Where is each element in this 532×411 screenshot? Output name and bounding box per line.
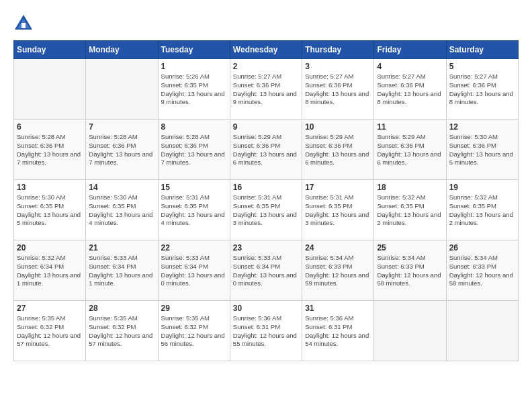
day-number: 15 (161, 183, 227, 192)
logo-icon (13, 13, 34, 34)
calendar-header: SundayMondayTuesdayWednesdayThursdayFrid… (14, 41, 519, 59)
day-number: 10 (305, 122, 371, 132)
header-row: SundayMondayTuesdayWednesdayThursdayFrid… (14, 41, 519, 59)
day-info: Sunrise: 5:36 AM Sunset: 6:31 PM Dayligh… (233, 314, 299, 349)
calendar-cell: 5Sunrise: 5:27 AM Sunset: 6:36 PM Daylig… (446, 59, 518, 120)
day-number: 2 (233, 62, 299, 71)
day-number: 24 (305, 243, 371, 253)
day-number: 13 (17, 183, 83, 192)
day-number: 7 (89, 122, 154, 132)
calendar-cell: 7Sunrise: 5:28 AM Sunset: 6:36 PM Daylig… (86, 120, 158, 180)
day-number: 21 (89, 243, 154, 253)
header-wednesday: Wednesday (230, 41, 302, 59)
week-row-2: 6Sunrise: 5:28 AM Sunset: 6:36 PM Daylig… (14, 120, 519, 180)
calendar-cell: 9Sunrise: 5:29 AM Sunset: 6:36 PM Daylig… (230, 120, 302, 180)
calendar-cell: 26Sunrise: 5:34 AM Sunset: 6:33 PM Dayli… (446, 240, 518, 301)
header-friday: Friday (374, 41, 446, 59)
day-info: Sunrise: 5:33 AM Sunset: 6:34 PM Dayligh… (89, 254, 154, 288)
calendar-cell: 3Sunrise: 5:27 AM Sunset: 6:36 PM Daylig… (302, 59, 374, 120)
day-number: 30 (233, 304, 299, 313)
day-info: Sunrise: 5:35 AM Sunset: 6:32 PM Dayligh… (161, 314, 227, 349)
day-number: 28 (89, 304, 154, 313)
calendar-cell: 17Sunrise: 5:31 AM Sunset: 6:35 PM Dayli… (302, 180, 374, 240)
day-number: 31 (305, 304, 371, 313)
calendar-cell: 8Sunrise: 5:28 AM Sunset: 6:36 PM Daylig… (158, 120, 230, 180)
day-number: 3 (305, 62, 371, 71)
week-row-5: 27Sunrise: 5:35 AM Sunset: 6:32 PM Dayli… (14, 301, 519, 361)
svg-rect-2 (21, 23, 26, 28)
day-number: 18 (377, 183, 443, 192)
day-info: Sunrise: 5:26 AM Sunset: 6:35 PM Dayligh… (161, 73, 227, 107)
calendar-cell: 18Sunrise: 5:32 AM Sunset: 6:35 PM Dayli… (374, 180, 446, 240)
day-info: Sunrise: 5:32 AM Sunset: 6:35 PM Dayligh… (449, 193, 515, 228)
day-info: Sunrise: 5:28 AM Sunset: 6:36 PM Dayligh… (89, 133, 154, 167)
day-number: 20 (17, 243, 83, 253)
calendar-cell: 22Sunrise: 5:33 AM Sunset: 6:34 PM Dayli… (158, 240, 230, 301)
day-info: Sunrise: 5:27 AM Sunset: 6:36 PM Dayligh… (305, 73, 371, 107)
calendar-cell: 14Sunrise: 5:30 AM Sunset: 6:35 PM Dayli… (86, 180, 158, 240)
header-saturday: Saturday (446, 41, 518, 59)
day-info: Sunrise: 5:32 AM Sunset: 6:35 PM Dayligh… (377, 193, 443, 228)
day-number: 26 (449, 243, 515, 253)
day-info: Sunrise: 5:33 AM Sunset: 6:34 PM Dayligh… (161, 254, 227, 288)
calendar-cell: 13Sunrise: 5:30 AM Sunset: 6:35 PM Dayli… (14, 180, 86, 240)
day-info: Sunrise: 5:29 AM Sunset: 6:36 PM Dayligh… (305, 133, 371, 167)
day-info: Sunrise: 5:36 AM Sunset: 6:31 PM Dayligh… (305, 314, 371, 349)
day-info: Sunrise: 5:28 AM Sunset: 6:36 PM Dayligh… (161, 133, 227, 167)
calendar-cell: 10Sunrise: 5:29 AM Sunset: 6:36 PM Dayli… (302, 120, 374, 180)
day-number: 19 (449, 183, 515, 192)
day-info: Sunrise: 5:28 AM Sunset: 6:36 PM Dayligh… (17, 133, 83, 167)
day-info: Sunrise: 5:30 AM Sunset: 6:35 PM Dayligh… (17, 193, 83, 228)
calendar-table: SundayMondayTuesdayWednesdayThursdayFrid… (13, 40, 519, 361)
calendar-cell: 29Sunrise: 5:35 AM Sunset: 6:32 PM Dayli… (158, 301, 230, 361)
calendar-cell: 27Sunrise: 5:35 AM Sunset: 6:32 PM Dayli… (14, 301, 86, 361)
day-info: Sunrise: 5:34 AM Sunset: 6:33 PM Dayligh… (305, 254, 371, 288)
calendar-cell: 15Sunrise: 5:31 AM Sunset: 6:35 PM Dayli… (158, 180, 230, 240)
day-number: 5 (449, 62, 515, 71)
logo (13, 13, 36, 34)
day-number: 16 (233, 183, 299, 192)
calendar-cell: 19Sunrise: 5:32 AM Sunset: 6:35 PM Dayli… (446, 180, 518, 240)
day-number: 6 (17, 122, 83, 132)
day-number: 8 (161, 122, 227, 132)
day-number: 27 (17, 304, 83, 313)
day-number: 12 (449, 122, 515, 132)
calendar-cell (446, 301, 518, 361)
calendar-cell: 30Sunrise: 5:36 AM Sunset: 6:31 PM Dayli… (230, 301, 302, 361)
day-info: Sunrise: 5:27 AM Sunset: 6:36 PM Dayligh… (233, 73, 299, 107)
calendar-cell: 12Sunrise: 5:30 AM Sunset: 6:36 PM Dayli… (446, 120, 518, 180)
header-tuesday: Tuesday (158, 41, 230, 59)
calendar-cell: 31Sunrise: 5:36 AM Sunset: 6:31 PM Dayli… (302, 301, 374, 361)
day-info: Sunrise: 5:32 AM Sunset: 6:34 PM Dayligh… (17, 254, 83, 288)
day-info: Sunrise: 5:29 AM Sunset: 6:36 PM Dayligh… (377, 133, 443, 167)
calendar-cell: 1Sunrise: 5:26 AM Sunset: 6:35 PM Daylig… (158, 59, 230, 120)
calendar-cell: 4Sunrise: 5:27 AM Sunset: 6:36 PM Daylig… (374, 59, 446, 120)
day-number: 4 (377, 62, 443, 71)
week-row-3: 13Sunrise: 5:30 AM Sunset: 6:35 PM Dayli… (14, 180, 519, 240)
calendar-cell: 6Sunrise: 5:28 AM Sunset: 6:36 PM Daylig… (14, 120, 86, 180)
day-info: Sunrise: 5:35 AM Sunset: 6:32 PM Dayligh… (17, 314, 83, 349)
day-info: Sunrise: 5:31 AM Sunset: 6:35 PM Dayligh… (161, 193, 227, 228)
day-number: 29 (161, 304, 227, 313)
calendar-cell: 16Sunrise: 5:31 AM Sunset: 6:35 PM Dayli… (230, 180, 302, 240)
calendar-body: 1Sunrise: 5:26 AM Sunset: 6:35 PM Daylig… (14, 59, 519, 361)
calendar-cell: 20Sunrise: 5:32 AM Sunset: 6:34 PM Dayli… (14, 240, 86, 301)
day-info: Sunrise: 5:31 AM Sunset: 6:35 PM Dayligh… (233, 193, 299, 228)
day-number: 11 (377, 122, 443, 132)
day-info: Sunrise: 5:35 AM Sunset: 6:32 PM Dayligh… (89, 314, 154, 349)
calendar-cell (374, 301, 446, 361)
day-number: 17 (305, 183, 371, 192)
day-info: Sunrise: 5:33 AM Sunset: 6:34 PM Dayligh… (233, 254, 299, 288)
day-info: Sunrise: 5:27 AM Sunset: 6:36 PM Dayligh… (449, 73, 515, 107)
week-row-4: 20Sunrise: 5:32 AM Sunset: 6:34 PM Dayli… (14, 240, 519, 301)
day-info: Sunrise: 5:34 AM Sunset: 6:33 PM Dayligh… (449, 254, 515, 288)
day-info: Sunrise: 5:29 AM Sunset: 6:36 PM Dayligh… (233, 133, 299, 167)
header-thursday: Thursday (302, 41, 374, 59)
day-info: Sunrise: 5:30 AM Sunset: 6:36 PM Dayligh… (449, 133, 515, 167)
day-number: 23 (233, 243, 299, 253)
day-info: Sunrise: 5:30 AM Sunset: 6:35 PM Dayligh… (89, 193, 154, 228)
week-row-1: 1Sunrise: 5:26 AM Sunset: 6:35 PM Daylig… (14, 59, 519, 120)
day-number: 9 (233, 122, 299, 132)
day-info: Sunrise: 5:27 AM Sunset: 6:36 PM Dayligh… (377, 73, 443, 107)
calendar-cell (86, 59, 158, 120)
